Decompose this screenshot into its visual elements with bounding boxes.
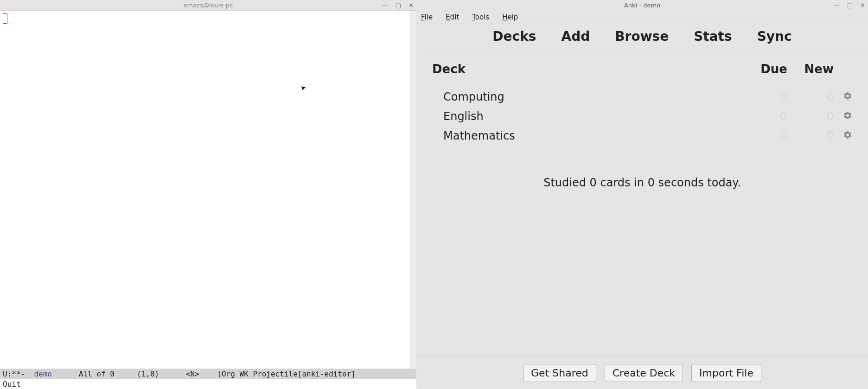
- emacs-window: emacs@louie-pc — □ ✕ ➤ U:**- demo All of…: [0, 0, 416, 389]
- studied-summary: Studied 0 cards in 0 seconds today.: [432, 176, 852, 189]
- emacs-titlebar: emacs@louie-pc — □ ✕: [0, 0, 416, 10]
- minimize-icon[interactable]: —: [382, 2, 388, 9]
- header-new: New: [787, 62, 834, 76]
- anki-window: Anki - demo — □ ✕ File Edit Tools Help D…: [416, 0, 868, 389]
- gear-icon: [843, 130, 852, 140]
- anki-bottom-bar: Get Shared Create Deck Import File: [416, 357, 868, 389]
- minibuffer-text: Quit: [3, 380, 21, 389]
- header-deck: Deck: [432, 62, 741, 76]
- get-shared-button[interactable]: Get Shared: [523, 364, 596, 382]
- anki-toolbar: Decks Add Browse Stats Sync: [416, 24, 868, 49]
- emacs-title: emacs@louie-pc: [183, 2, 233, 9]
- emacs-scrollbar[interactable]: [410, 11, 416, 369]
- deck-row[interactable]: Mathematics 0 0: [432, 126, 852, 146]
- deck-due: 0: [741, 129, 787, 142]
- deck-new: 0: [787, 129, 834, 142]
- tab-browse[interactable]: Browse: [615, 29, 669, 44]
- maximize-icon[interactable]: □: [847, 2, 853, 9]
- deck-settings-button[interactable]: [834, 90, 852, 103]
- maximize-icon[interactable]: □: [396, 2, 401, 9]
- tab-add[interactable]: Add: [561, 29, 590, 44]
- deck-row[interactable]: English 0 0: [432, 107, 852, 126]
- deck-row[interactable]: Computing 0 0: [432, 87, 852, 107]
- deck-new: 0: [787, 90, 834, 103]
- emacs-modeline: U:**- demo All of 0 (1,0) <N> (Org WK Pr…: [0, 369, 416, 379]
- close-icon[interactable]: ✕: [408, 2, 414, 9]
- anki-menubar: File Edit Tools Help: [416, 10, 868, 24]
- deck-settings-button[interactable]: [834, 129, 852, 142]
- deck-name: Mathematics: [432, 129, 741, 142]
- header-due: Due: [741, 62, 787, 76]
- emacs-minibuffer[interactable]: Quit: [0, 379, 416, 389]
- minimize-icon[interactable]: —: [834, 2, 840, 9]
- tab-stats[interactable]: Stats: [694, 29, 732, 44]
- import-file-button[interactable]: Import File: [691, 364, 761, 382]
- mouse-pointer-icon: ➤: [300, 83, 306, 92]
- menu-help[interactable]: Help: [502, 13, 518, 21]
- tab-sync[interactable]: Sync: [757, 29, 792, 44]
- deck-name: English: [432, 110, 741, 123]
- deck-due: 0: [741, 90, 787, 103]
- menu-tools[interactable]: Tools: [472, 13, 489, 21]
- menu-edit[interactable]: Edit: [446, 13, 459, 21]
- create-deck-button[interactable]: Create Deck: [605, 364, 683, 382]
- deck-name: Computing: [432, 90, 741, 103]
- menu-file[interactable]: File: [421, 13, 433, 21]
- tab-decks[interactable]: Decks: [492, 29, 536, 44]
- anki-deck-list: Deck Due New Computing 0 0 English 0 0 M…: [416, 49, 868, 357]
- gear-icon: [843, 91, 852, 101]
- deck-list-header: Deck Due New: [432, 62, 852, 87]
- deck-due: 0: [741, 110, 787, 123]
- emacs-cursor: [3, 13, 7, 24]
- deck-settings-button[interactable]: [834, 110, 852, 123]
- modeline-buffer-name: demo: [34, 370, 52, 378]
- deck-new: 0: [787, 110, 834, 123]
- emacs-body: ➤: [0, 10, 416, 369]
- modeline-position: All of 0 (1,0) <N> (Org WK Projectile[an…: [52, 370, 356, 378]
- close-icon[interactable]: ✕: [860, 2, 865, 9]
- gear-icon: [843, 111, 852, 120]
- emacs-buffer[interactable]: ➤: [0, 11, 410, 369]
- anki-title: Anki - demo: [624, 2, 660, 9]
- anki-titlebar: Anki - demo — □ ✕: [416, 0, 868, 10]
- modeline-prefix: U:**-: [3, 370, 34, 378]
